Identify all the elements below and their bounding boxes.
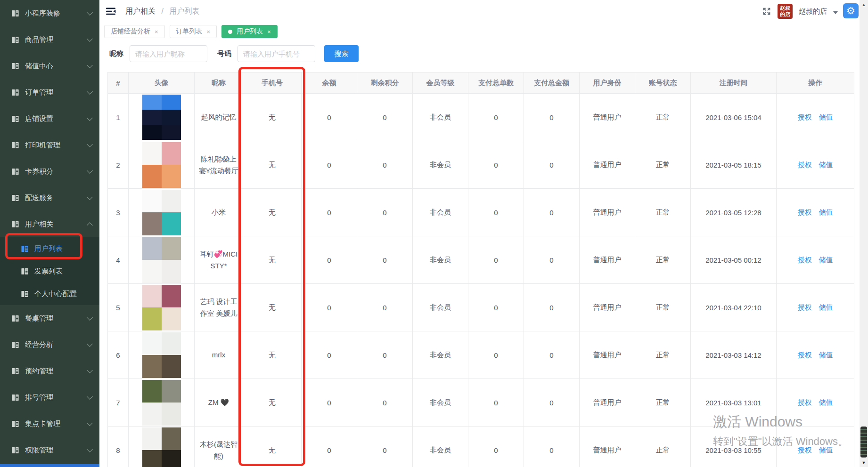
search-form: 昵称 号码 搜索 <box>109 45 868 62</box>
recharge-link[interactable]: 储值 <box>819 208 833 216</box>
authorize-link[interactable]: 授权 <box>798 398 812 406</box>
sidebar-item[interactable]: 储值中心 <box>0 53 99 79</box>
shop-avatar[interactable]: 赵叔 的店 <box>778 4 793 19</box>
tab[interactable]: 订单列表× <box>170 25 217 38</box>
sidebar-item[interactable]: 订单管理 <box>0 79 99 105</box>
shop-name[interactable]: 赵叔的店 <box>799 7 827 16</box>
menu-book-icon <box>11 341 19 349</box>
scrollbar-down-icon[interactable]: ▼ <box>860 460 868 465</box>
user-pay-orders: 0 <box>468 236 524 284</box>
authorize-link[interactable]: 授权 <box>798 303 812 311</box>
user-table: #头像昵称手机号余额剩余积分会员等级支付总单数支付总金额用户身份账号状态注册时间… <box>107 72 854 467</box>
user-phone: 无 <box>243 284 302 331</box>
tab-close-icon[interactable]: × <box>267 28 271 35</box>
user-identity: 普通用户 <box>580 189 635 236</box>
settings-button[interactable]: ⚙ <box>843 3 859 18</box>
sidebar-item[interactable]: 预约管理 <box>0 358 99 384</box>
sidebar-item[interactable]: 配送服务 <box>0 185 99 211</box>
sidebar-subitem[interactable]: 发票列表 <box>0 260 99 282</box>
tab[interactable]: 用户列表× <box>221 25 278 38</box>
recharge-link[interactable]: 储值 <box>819 446 833 454</box>
user-balance: 0 <box>302 189 357 236</box>
breadcrumb-separator: / <box>161 7 163 15</box>
fullscreen-icon[interactable] <box>762 7 771 16</box>
sidebar-item[interactable]: 店铺设置 <box>0 105 99 132</box>
column-header: 会员等级 <box>413 72 468 94</box>
recharge-link[interactable]: 储值 <box>819 351 833 359</box>
authorize-link[interactable]: 授权 <box>798 351 812 359</box>
sidebar-item[interactable]: 排号管理 <box>0 384 99 411</box>
authorize-link[interactable]: 授权 <box>798 446 812 454</box>
user-pay-orders: 0 <box>468 189 524 236</box>
tab-close-icon[interactable]: × <box>207 28 211 35</box>
sidebar-item[interactable]: 打印机管理 <box>0 132 99 158</box>
sidebar-item[interactable]: 集点卡管理 <box>0 411 99 437</box>
row-index: 3 <box>108 189 129 236</box>
table-body: 1起风的记忆无00非会员00普通用户正常2021-03-06 15:04授权储值… <box>108 94 854 467</box>
sidebar: 小程序装修商品管理储值中心订单管理店铺设置打印机管理卡券积分配送服务用户相关用户… <box>0 0 99 467</box>
authorize-link[interactable]: 授权 <box>798 256 812 264</box>
user-registered: 2021-03-03 10:55 <box>691 427 777 467</box>
column-header: 头像 <box>129 72 195 94</box>
tab[interactable]: 店铺经营分析× <box>104 25 165 38</box>
sidebar-item-label: 卡券积分 <box>25 167 88 176</box>
row-index: 5 <box>108 284 129 331</box>
menu-fold-icon[interactable] <box>106 7 116 16</box>
nickname-input[interactable] <box>130 45 207 62</box>
sidebar-item[interactable]: 商品管理 <box>0 26 99 53</box>
scrollbar-up-icon[interactable]: ▲ <box>860 2 868 7</box>
user-points: 0 <box>357 94 413 141</box>
sidebar-item-label: 订单管理 <box>25 88 88 97</box>
chevron-down-icon <box>87 36 93 42</box>
sidebar-subitem[interactable]: 用户列表 <box>0 237 99 260</box>
table-row: 1起风的记忆无00非会员00普通用户正常2021-03-06 15:04授权储值 <box>108 94 854 141</box>
user-registered: 2021-03-03 13:01 <box>691 379 777 427</box>
user-nickname: 起风的记忆 <box>195 94 243 141</box>
user-level: 非会员 <box>413 427 468 467</box>
scrollbar-thumb[interactable] <box>860 427 867 458</box>
sidebar-subitem-label: 发票列表 <box>34 267 63 276</box>
recharge-link[interactable]: 储值 <box>819 303 833 311</box>
menu-book-icon <box>11 446 19 454</box>
sidebar-item-label: 排号管理 <box>25 393 88 402</box>
authorize-link[interactable]: 授权 <box>798 161 812 169</box>
user-registered: 2021-03-03 14:12 <box>691 331 777 379</box>
recharge-link[interactable]: 储值 <box>819 113 833 121</box>
sidebar-item[interactable]: 卡券积分 <box>0 158 99 185</box>
sidebar-item[interactable]: 小程序装修 <box>0 0 99 26</box>
sidebar-item[interactable]: 用户相关 <box>0 211 99 237</box>
user-balance: 0 <box>302 284 357 331</box>
chevron-down-icon[interactable] <box>833 11 838 14</box>
user-balance: 0 <box>302 379 357 427</box>
user-status: 正常 <box>635 236 691 284</box>
authorize-link[interactable]: 授权 <box>798 208 812 216</box>
user-level: 非会员 <box>413 189 468 236</box>
user-phone: 无 <box>243 379 302 427</box>
menu-book-icon <box>11 367 19 375</box>
user-status: 正常 <box>635 94 691 141</box>
user-status: 正常 <box>635 379 691 427</box>
sidebar-item[interactable]: 经营分析 <box>0 331 99 358</box>
user-identity: 普通用户 <box>580 94 635 141</box>
recharge-link[interactable]: 储值 <box>819 256 833 264</box>
chevron-down-icon <box>87 446 93 452</box>
user-pay-orders: 0 <box>468 331 524 379</box>
user-registered: 2021-03-05 12:28 <box>691 189 777 236</box>
sidebar-subitem[interactable]: 个人中心配置 <box>0 282 99 305</box>
menu-book-icon <box>11 141 19 149</box>
chevron-down-icon <box>87 341 93 347</box>
user-balance: 0 <box>302 94 357 141</box>
user-nickname: 耳钉💞MICISTY* <box>195 236 243 284</box>
user-avatar-cell <box>129 284 195 331</box>
recharge-link[interactable]: 储值 <box>819 161 833 169</box>
search-button[interactable]: 搜索 <box>324 45 359 62</box>
tab-close-icon[interactable]: × <box>155 28 158 35</box>
sidebar-item[interactable]: 餐桌管理 <box>0 305 99 331</box>
vertical-scrollbar[interactable]: ▲ ▼ <box>860 0 868 467</box>
breadcrumb-parent[interactable]: 用户相关 <box>125 7 156 15</box>
user-phone: 无 <box>243 189 302 236</box>
recharge-link[interactable]: 储值 <box>819 398 833 406</box>
sidebar-item[interactable]: 权限管理 <box>0 437 99 463</box>
phone-input[interactable] <box>237 45 315 62</box>
authorize-link[interactable]: 授权 <box>798 113 812 121</box>
